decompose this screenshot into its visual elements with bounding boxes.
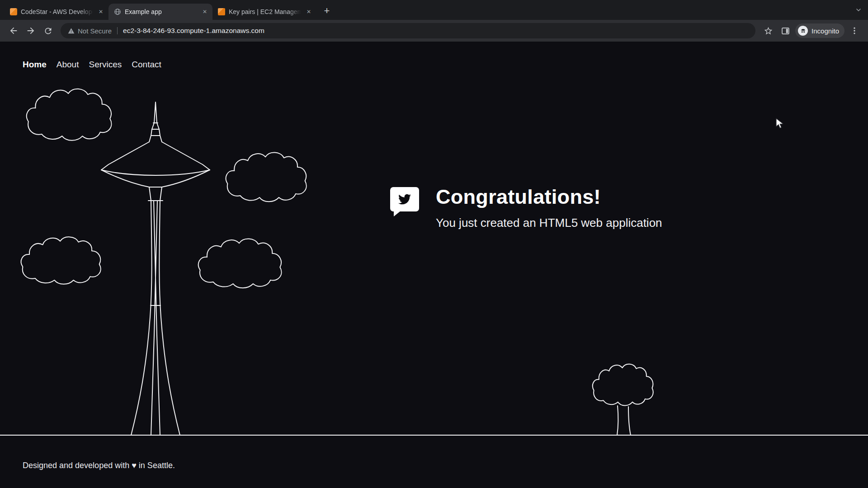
hero-text: Congratulations! You just created an HTM…: [436, 185, 662, 230]
page-subtitle: You just created an HTML5 web applicatio…: [436, 216, 662, 230]
page-title: Congratulations!: [436, 185, 662, 209]
tab-title: Key pairs | EC2 Management C: [229, 8, 301, 15]
tab-search-chevron-icon[interactable]: [854, 5, 863, 15]
close-icon[interactable]: ✕: [201, 8, 209, 16]
close-icon[interactable]: ✕: [97, 8, 105, 16]
browser-tab-bar: CodeStar - AWS Developer To ✕ Example ap…: [0, 0, 868, 20]
seattle-line-art: [0, 42, 868, 488]
nav-item-contact[interactable]: Contact: [132, 60, 161, 70]
incognito-badge: Incognito: [795, 23, 844, 38]
reload-button[interactable]: [40, 23, 56, 39]
site-nav: Home About Services Contact: [23, 60, 161, 70]
tab-title: CodeStar - AWS Developer To: [21, 8, 93, 15]
back-button[interactable]: [5, 23, 22, 39]
globe-favicon-icon: [114, 8, 121, 15]
page-content: Home About Services Contact: [0, 42, 868, 488]
nav-item-about[interactable]: About: [57, 60, 79, 70]
mouse-cursor: [775, 118, 785, 131]
tree: [593, 364, 653, 435]
tab-title: Example app: [125, 8, 197, 15]
aws-ec2-favicon-icon: [218, 8, 225, 15]
security-label: Not Secure: [78, 27, 112, 35]
bookmark-star-icon[interactable]: [760, 23, 776, 39]
url-text: ec2-3-84-246-93.compute-1.amazonaws.com: [123, 27, 264, 35]
address-bar[interactable]: Not Secure ec2-3-84-246-93.compute-1.ama…: [61, 23, 755, 38]
warning-icon: [68, 28, 75, 34]
new-tab-button[interactable]: +: [320, 4, 334, 18]
nav-item-home[interactable]: Home: [23, 60, 47, 70]
footer-text: Designed and developed with ♥ in Seattle…: [23, 461, 175, 470]
browser-toolbar: Not Secure ec2-3-84-246-93.compute-1.ama…: [0, 20, 868, 42]
tab-codestar[interactable]: CodeStar - AWS Developer To ✕: [5, 4, 108, 20]
nav-item-services[interactable]: Services: [89, 60, 122, 70]
twitter-icon: [390, 187, 419, 211]
close-icon[interactable]: ✕: [305, 8, 313, 16]
side-panel-icon[interactable]: [777, 23, 793, 39]
forward-button[interactable]: [23, 23, 39, 39]
clouds: [21, 89, 307, 288]
security-chip[interactable]: Not Secure: [68, 27, 112, 35]
tab-ec2-key-pairs[interactable]: Key pairs | EC2 Management C ✕: [212, 4, 316, 20]
incognito-label: Incognito: [811, 27, 839, 35]
incognito-icon: [798, 26, 808, 36]
space-needle: [101, 102, 210, 435]
hero: Congratulations! You just created an HTM…: [390, 185, 662, 230]
omnibox-separator: [117, 27, 118, 34]
tab-example-app[interactable]: Example app ✕: [108, 4, 212, 20]
browser-menu-kebab-icon[interactable]: [846, 23, 863, 39]
speech-bubble-tail: [394, 211, 401, 216]
aws-codestar-favicon-icon: [10, 8, 17, 15]
